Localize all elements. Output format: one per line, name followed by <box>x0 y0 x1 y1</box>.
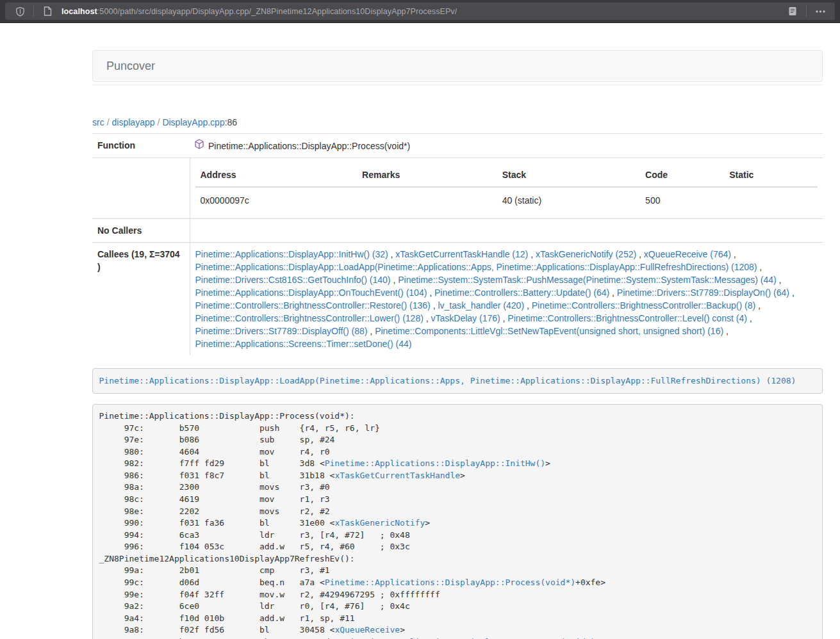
metrics-cell: Address Remarks Stack Code Static 0x0000… <box>190 158 823 219</box>
callee-link[interactable]: xTaskGenericNotify (252) <box>536 249 636 259</box>
function-name-cell: Pinetime::Applications::DisplayApp::Proc… <box>190 134 823 158</box>
no-callers-row: No Callers <box>92 219 823 243</box>
code-symbol-link[interactable]: Pinetime::Applications::DisplayApp::Init… <box>325 458 545 468</box>
callees-cell: Pinetime::Applications::DisplayApp::Init… <box>190 243 823 356</box>
callees-label: Callees (19, Σ=3704 ) <box>92 243 190 356</box>
callee-separator: , <box>391 275 399 285</box>
code-symbol-link[interactable]: Pinetime::Applications::DisplayApp::Proc… <box>325 578 575 587</box>
metrics-row-spacer <box>92 158 190 219</box>
callee-link[interactable]: Pinetime::Applications::Screens::Timer::… <box>195 339 412 349</box>
callee-link[interactable]: Pinetime::Drivers::St7789::DisplayOn() (… <box>617 287 789 298</box>
navbar: Puncover <box>92 50 823 82</box>
callee-link[interactable]: Pinetime::Drivers::Cst816S::GetTouchInfo… <box>195 275 391 285</box>
callee-separator: , <box>755 300 761 311</box>
shield-icon[interactable] <box>12 3 28 20</box>
callee-link[interactable]: Pinetime::Controllers::BrightnessControl… <box>532 300 755 311</box>
page-info-icon[interactable] <box>39 3 56 20</box>
table-row: 0x0000097c 40 (static) 500 <box>195 187 818 213</box>
callee-separator: , <box>777 275 782 285</box>
callee-link[interactable]: Pinetime::Controllers::BrightnessControl… <box>195 300 431 311</box>
metrics-row: Address Remarks Stack Code Static 0x0000… <box>92 158 823 219</box>
callee-link[interactable]: Pinetime::Applications::DisplayApp::Init… <box>195 249 388 259</box>
no-callers-cell <box>190 219 823 243</box>
breadcrumb-link[interactable]: displayapp <box>112 117 155 127</box>
callee-separator: , <box>367 326 375 336</box>
code-symbol-link[interactable]: xTaskGenericNotify <box>334 518 425 528</box>
urlbar-divider <box>33 6 34 17</box>
breadcrumb-separator: / <box>155 117 163 127</box>
static-value <box>724 187 818 213</box>
callee-separator: , <box>723 326 729 336</box>
callee-link[interactable]: vTaskDelay (176) <box>431 313 500 323</box>
reader-view-icon[interactable] <box>784 3 801 20</box>
callee-link[interactable]: Pinetime::Drivers::St7789::DisplayOff() … <box>195 326 368 336</box>
callee-link[interactable]: Pinetime::Components::LittleVgl::SetNewT… <box>375 326 723 336</box>
url-bar[interactable]: localhost:5000/path/src/displayapp/Displ… <box>5 3 835 20</box>
callee-separator: , <box>427 287 434 298</box>
function-name: Pinetime::Applications::DisplayApp::Proc… <box>208 140 410 152</box>
stack-value: 40 (static) <box>497 187 640 213</box>
remarks-value <box>357 187 497 213</box>
callee-link[interactable]: Pinetime::Controllers::BrightnessControl… <box>507 313 746 323</box>
content-container: Puncover src/displayapp/DisplayApp.cpp:8… <box>92 50 823 639</box>
callee-separator: , <box>609 287 617 298</box>
callee-separator: , <box>431 300 438 311</box>
function-table: Function Pinetime::Applications::Display… <box>92 133 823 355</box>
breadcrumb-link[interactable]: src <box>92 117 104 127</box>
address-value: 0x0000097c <box>195 187 358 213</box>
breadcrumb-link[interactable]: DisplayApp.cpp <box>162 117 224 127</box>
callee-separator: , <box>747 313 752 323</box>
callee-link[interactable]: xTaskGetCurrentTaskHandle (12) <box>395 249 528 259</box>
page: Puncover src/displayapp/DisplayApp.cpp:8… <box>0 50 840 639</box>
column-header-remarks: Remarks <box>357 163 497 187</box>
breadcrumb-line-number: :86 <box>225 117 237 127</box>
breadcrumb: src/displayapp/DisplayApp.cpp:86 <box>92 116 823 129</box>
callee-link[interactable]: lv_task_handler (420) <box>438 300 524 311</box>
function-row: Function Pinetime::Applications::Display… <box>92 134 823 158</box>
browser-chrome: localhost:5000/path/src/displayapp/Displ… <box>0 0 840 23</box>
callee-separator: , <box>388 249 396 259</box>
code-size-value: 500 <box>640 187 724 213</box>
column-header-code: Code <box>640 163 724 187</box>
function-label: Function <box>92 134 190 158</box>
symbol-cube-icon <box>195 139 204 152</box>
callee-link[interactable]: Pinetime::Applications::DisplayApp::OnTo… <box>195 287 427 298</box>
brand-link[interactable]: Puncover <box>97 51 165 81</box>
callee-separator: , <box>524 300 532 311</box>
no-callers-label: No Callers <box>92 219 190 243</box>
callee-link[interactable]: xQueueReceive (764) <box>644 249 731 259</box>
callee-separator: , <box>528 249 536 259</box>
url-path: :5000/path/src/displayapp/DisplayApp.cpp… <box>97 7 457 16</box>
callee-link[interactable]: Pinetime::Controllers::Battery::Update()… <box>434 287 609 298</box>
breadcrumb-separator: / <box>104 117 112 127</box>
urlbar-divider <box>806 6 807 17</box>
callee-separator: , <box>636 249 644 259</box>
callee-separator: , <box>757 262 762 272</box>
callee-link[interactable]: Pinetime::Controllers::BrightnessControl… <box>195 313 424 323</box>
callee-separator: , <box>731 249 736 259</box>
metrics-table: Address Remarks Stack Code Static 0x0000… <box>195 163 818 213</box>
page-actions-menu-icon[interactable] <box>812 3 828 20</box>
highlighted-symbol-box: Pinetime::Applications::DisplayApp::Load… <box>92 368 823 394</box>
code-symbol-link[interactable]: xTaskGetCurrentTaskHandle <box>334 471 460 480</box>
callees-row: Callees (19, Σ=3704 ) Pinetime::Applicat… <box>92 243 823 356</box>
callee-link[interactable]: Pinetime::System::SystemTask::PushMessag… <box>398 275 777 285</box>
callee-separator: , <box>500 313 508 323</box>
callee-separator: , <box>424 313 431 323</box>
callee-link[interactable]: Pinetime::Applications::DisplayApp::Load… <box>195 262 757 272</box>
disassembly-block: Pinetime::Applications::DisplayApp::Proc… <box>92 404 823 639</box>
highlighted-symbol-link[interactable]: Pinetime::Applications::DisplayApp::Load… <box>99 376 796 385</box>
url-text[interactable]: localhost:5000/path/src/displayapp/Displ… <box>62 7 457 16</box>
divider <box>92 85 823 85</box>
column-header-address: Address <box>195 163 358 187</box>
column-header-stack: Stack <box>497 163 640 187</box>
url-host: localhost <box>62 7 97 16</box>
callee-separator: , <box>789 287 795 298</box>
code-symbol-link[interactable]: xQueueReceive <box>334 625 400 635</box>
column-header-static: Static <box>724 163 818 187</box>
